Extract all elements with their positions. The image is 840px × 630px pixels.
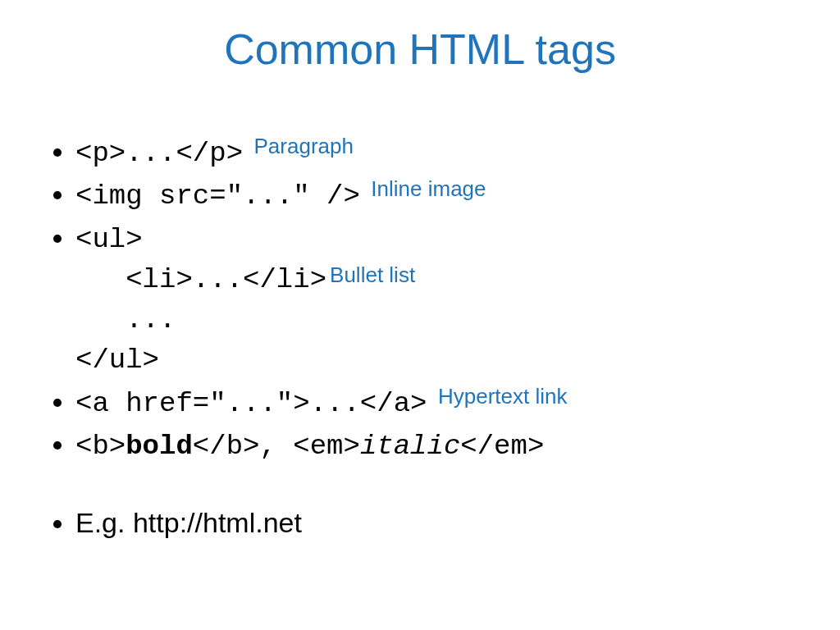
list-item: <p>...</p> Paragraph <box>75 131 807 174</box>
code-p-tag: <p>...</p> <box>75 138 243 169</box>
code-ul-close: </ul> <box>75 340 807 381</box>
code-dots: ... <box>75 300 807 340</box>
code-li-line: <li>...</li>Bullet list <box>75 260 807 300</box>
list-item: E.g. http://html.net <box>75 503 807 543</box>
code-img-tag: <img src="..." /> <box>75 180 360 212</box>
list-item: <b>bold</b>, <em>italic</em> <box>75 424 807 467</box>
bullet-list: <p>...</p> Paragraph <img src="..." /> I… <box>46 131 807 544</box>
annot-bullet-list: Bullet list <box>330 262 415 287</box>
code-b-em-tags: <b>bold</b>, <em>italic</em> <box>75 431 544 462</box>
annot-hypertext-link: Hypertext link <box>438 384 568 409</box>
list-item: <ul> <li>...</li>Bullet list ... </ul> <box>75 217 807 381</box>
annot-paragraph: Paragraph <box>254 134 354 158</box>
slide-title: Common HTML tags <box>0 25 840 74</box>
list-item: <a href="...">...</a> Hypertext link <box>75 381 807 424</box>
annot-inline-image: Inline image <box>371 176 486 201</box>
slide-body: <p>...</p> Paragraph <img src="..." /> I… <box>46 131 807 544</box>
code-ul-open: <ul> <box>75 224 143 255</box>
list-item: <img src="..." /> Inline image <box>75 174 807 217</box>
code-a-tag: <a href="...">...</a> <box>75 388 427 419</box>
code-li-tag: <li>...</li> <box>126 264 326 295</box>
reference-link-text: E.g. http://html.net <box>75 507 302 538</box>
spacer <box>75 467 807 503</box>
